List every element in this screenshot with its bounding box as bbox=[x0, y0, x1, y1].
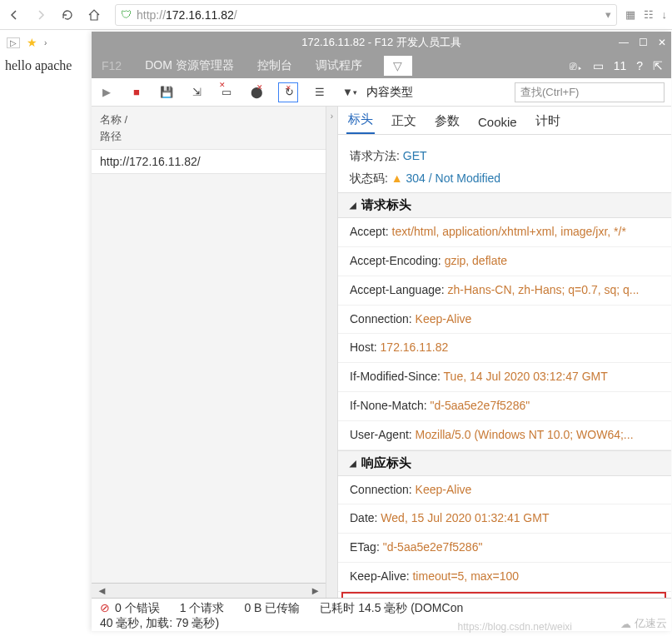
download-icon[interactable]: ↓ bbox=[662, 8, 668, 21]
play-icon[interactable]: ▷ bbox=[7, 37, 20, 48]
clear-cache-icon[interactable]: ⬤✕ bbox=[248, 84, 265, 101]
cloud-icon: ☁ bbox=[620, 618, 631, 630]
header-row[interactable]: Accept: text/html, application/xhtml+xml… bbox=[338, 218, 671, 247]
status-code-value: 304 / Not Modified bbox=[406, 171, 501, 185]
pin-icon[interactable]: ⇱ bbox=[653, 59, 663, 72]
horizontal-scrollbar[interactable]: ◄ ► bbox=[92, 583, 326, 598]
reload-button[interactable] bbox=[58, 6, 77, 24]
clear-session-icon[interactable]: ▭✕ bbox=[218, 84, 235, 101]
shield-icon: 🛡 bbox=[121, 8, 132, 21]
network-toolbar: ▶ ■ 💾 ⇲ ▭✕ ⬤✕ ↻✕ ☰ ▼▾ 内容类型 查找(Ctrl+F) bbox=[92, 78, 671, 107]
header-row[interactable]: Keep-Alive: timeout=5, max=100 bbox=[338, 563, 671, 592]
close-button[interactable]: ✕ bbox=[658, 37, 666, 48]
header-row[interactable]: Connection: Keep-Alive bbox=[338, 306, 671, 335]
devtools-title-text: 172.16.11.82 - F12 开发人员工具 bbox=[301, 35, 460, 50]
transferred-bytes: 0 B 已传输 bbox=[244, 600, 300, 615]
dropdown-icon[interactable]: ▾ bbox=[605, 8, 611, 21]
detail-tabs: 标头 正文 参数 Cookie 计时 bbox=[338, 107, 671, 135]
content-type-label[interactable]: 内容类型 bbox=[366, 85, 413, 100]
tab-f12[interactable]: F12 bbox=[100, 56, 123, 76]
chevron-right-icon: › bbox=[44, 38, 47, 47]
header-row[interactable]: If-None-Match: "d-5aa5e2e7f5286" bbox=[338, 392, 671, 421]
scroll-right-icon[interactable]: ► bbox=[310, 584, 321, 597]
save-icon[interactable]: 💾 bbox=[158, 84, 175, 101]
header-row[interactable]: Host: 172.16.11.82 bbox=[338, 334, 671, 363]
req-method-label: 请求方法: bbox=[350, 149, 400, 162]
maximize-button[interactable]: ☐ bbox=[639, 37, 648, 48]
devtools-titlebar: 172.16.11.82 - F12 开发人员工具 — ☐ ✕ bbox=[92, 32, 671, 53]
back-button[interactable] bbox=[5, 6, 23, 24]
status-warning-icon: ▲ bbox=[391, 171, 403, 185]
response-headers-section[interactable]: ◢ 响应标头 bbox=[338, 450, 671, 476]
list-icon[interactable]: ☰ bbox=[311, 84, 328, 101]
request-row[interactable]: http://172.16.11.82/ bbox=[92, 149, 326, 174]
tab-body[interactable]: 正文 bbox=[390, 108, 418, 134]
search-input[interactable]: 查找(Ctrl+F) bbox=[515, 82, 665, 102]
source-link: https://blog.csdn.net/weixi bbox=[458, 621, 572, 633]
browser-toolbar: 🛡 http://172.16.11.82/ ▾ ▦ ☷ ↓ bbox=[0, 0, 672, 30]
import-icon[interactable]: ⇲ bbox=[188, 84, 205, 101]
tab-headers[interactable]: 标头 bbox=[346, 107, 375, 134]
headers-detail-body: 请求方法: GET 状态码: ▲ 304 / Not Modified ◢ 请求… bbox=[338, 135, 671, 598]
minimize-button[interactable]: — bbox=[619, 37, 629, 48]
play-icon[interactable]: ▶ bbox=[98, 84, 115, 101]
collapse-arrow-icon: ◢ bbox=[350, 459, 356, 468]
watermark: ☁ 亿速云 bbox=[620, 616, 667, 631]
tab-debugger[interactable]: 调试程序 bbox=[314, 55, 364, 77]
tab-network[interactable]: ▽ bbox=[384, 56, 412, 76]
request-list-panel: 名称 / 路径 http://172.16.11.82/ ◄ ► bbox=[92, 107, 326, 598]
header-row[interactable]: If-Modified-Since: Tue, 14 Jul 2020 03:1… bbox=[338, 363, 671, 392]
list-column-header[interactable]: 名称 / 路径 bbox=[92, 107, 326, 149]
page-body-text: hello apache bbox=[5, 58, 72, 73]
url-bar[interactable]: 🛡 http://172.16.11.82/ ▾ bbox=[115, 4, 617, 26]
header-row[interactable]: Accept-Language: zh-Hans-CN, zh-Hans; q=… bbox=[338, 276, 671, 306]
header-row[interactable]: Accept-Encoding: gzip, deflate bbox=[338, 247, 671, 276]
req-method-value: GET bbox=[403, 149, 427, 162]
error-icon: ⊘ bbox=[100, 600, 110, 615]
tab-dom-explorer[interactable]: DOM 资源管理器 bbox=[143, 55, 236, 77]
tab-count: 11 bbox=[614, 59, 627, 72]
panel-collapse-button[interactable]: › bbox=[326, 107, 338, 598]
forward-button[interactable] bbox=[32, 6, 50, 24]
url-text: http://172.16.11.82/ bbox=[137, 8, 600, 22]
header-row[interactable]: Date: Wed, 15 Jul 2020 01:32:41 GMT bbox=[338, 504, 671, 534]
scroll-left-icon[interactable]: ◄ bbox=[97, 584, 107, 597]
tab-params[interactable]: 参数 bbox=[433, 108, 461, 134]
devtools-tabbar: F12 DOM 资源管理器 控制台 调试程序 ▽ ⎚▸ ▭ 11 ? ⇱ bbox=[92, 53, 671, 78]
dock-icon[interactable]: ▭ bbox=[593, 59, 604, 72]
home-button[interactable] bbox=[85, 6, 103, 24]
tab-cookie[interactable]: Cookie bbox=[476, 110, 519, 134]
filter-icon[interactable]: ▼▾ bbox=[341, 84, 358, 101]
header-row[interactable]: Connection: Keep-Alive bbox=[338, 476, 671, 505]
detail-panel: 标头 正文 参数 Cookie 计时 请求方法: GET 状态码: ▲ 304 … bbox=[338, 107, 671, 598]
error-count: 0 个错误 bbox=[115, 600, 160, 615]
help-icon[interactable]: ? bbox=[636, 59, 643, 72]
tab-timing[interactable]: 计时 bbox=[534, 108, 562, 134]
reader-icon[interactable]: ☷ bbox=[644, 8, 654, 21]
tab-console[interactable]: 控制台 bbox=[256, 55, 294, 77]
qr-icon[interactable]: ▦ bbox=[625, 8, 635, 21]
request-headers-section[interactable]: ◢ 请求标头 bbox=[338, 192, 671, 218]
timing-detail: 40 毫秒, 加载: 79 毫秒) bbox=[100, 615, 463, 630]
elapsed-time: 已耗时 14.5 毫秒 (DOMCon bbox=[320, 600, 463, 615]
status-bar: ⊘0 个错误 1 个请求 0 B 已传输 已耗时 14.5 毫秒 (DOMCon… bbox=[92, 598, 671, 631]
header-row[interactable]: ETag: "d-5aa5e2e7f5286" bbox=[338, 534, 671, 563]
stop-icon[interactable]: ■ bbox=[128, 84, 145, 101]
request-count: 1 个请求 bbox=[180, 600, 225, 615]
status-code-label: 状态码: bbox=[350, 171, 388, 185]
clear-cookies-icon[interactable]: ↻✕ bbox=[278, 82, 298, 102]
header-row[interactable]: User-Agent: Mozilla/5.0 (Windows NT 10.0… bbox=[338, 421, 671, 450]
header-row-server[interactable]: Server: Apache/2.4.6 (CentOS) bbox=[341, 592, 666, 598]
device-icon[interactable]: ⎚▸ bbox=[570, 59, 583, 72]
browser-right-icons: ▦ ☷ ↓ bbox=[625, 8, 668, 21]
star-icon[interactable]: ★ bbox=[27, 36, 37, 49]
collapse-arrow-icon: ◢ bbox=[350, 201, 356, 210]
devtools-window: 172.16.11.82 - F12 开发人员工具 — ☐ ✕ F12 DOM … bbox=[92, 32, 671, 631]
